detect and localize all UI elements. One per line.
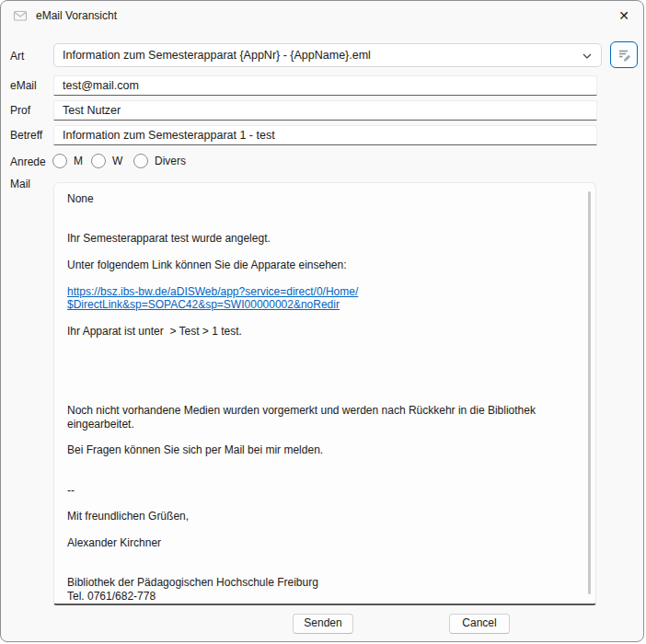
mail-body-line [67,351,583,364]
mail-body-line [67,377,583,390]
close-icon: ✕ [618,8,629,23]
mail-body-line [67,431,583,443]
mail-body-line [67,364,583,377]
anrede-radio-w-label: W [112,155,122,167]
mail-body-line: -- [67,484,583,497]
anrede-radio-w[interactable]: W [91,154,122,168]
radio-icon [52,154,67,168]
mail-body-line [67,470,583,483]
mail-body-line: Mit freundlichen Grüßen, [67,510,583,523]
mail-label: Mail [10,178,30,190]
cancel-button[interactable]: Cancel [449,614,510,634]
mail-body-line [67,338,583,351]
betreff-label: Betreff [10,129,42,142]
prof-label: Prof [10,104,30,117]
senden-button[interactable]: Senden [293,614,353,634]
mail-body-line: Ihr Semesterapparat test wurde angelegt. [67,232,583,245]
mail-body-line: eingearbeitet. [67,418,583,431]
mail-body: None Ihr Semesterapparat test wurde ange… [54,183,583,603]
mail-body-line [67,523,583,536]
mail-body-link[interactable]: https://bsz.ibs-bw.de/aDISWeb/app?servic… [67,285,583,298]
mail-body-line [67,312,583,325]
mail-body-line [67,550,583,563]
mail-body-line [67,497,583,510]
mail-body-line: Tel. 0761/682-778 [67,590,583,603]
mail-body-line: Bei Fragen können Sie sich per Mail bei … [67,443,583,456]
mail-body-line [67,391,583,404]
mail-body-link[interactable]: $DirectLink&sp=SOPAC42&sp=SWI00000002&no… [67,298,583,311]
prof-input[interactable]: Test Nutzer [53,100,597,121]
betreff-input[interactable]: Information zum Semesterapparat 1 - test [53,125,597,145]
email-input[interactable]: test@mail.com [53,75,597,96]
art-template-dropdown[interactable]: Information zum Semesterapparat {AppNr} … [53,43,602,67]
title-bar: eMail Voransicht ✕ [1,1,643,30]
mail-scrollbar[interactable] [588,191,591,594]
anrede-radio-m-label: M [74,155,83,167]
email-label: eMail [10,79,37,92]
chevron-down-icon [582,51,593,62]
mail-body-textarea[interactable]: None Ihr Semesterapparat test wurde ange… [53,182,596,605]
mail-body-line: Bibliothek der Pädagogischen Hochschule … [67,576,583,589]
mail-body-line [67,205,583,218]
envelope-icon [13,8,28,23]
radio-icon [133,154,148,168]
mail-body-line [67,246,583,259]
close-button[interactable]: ✕ [612,5,636,27]
mail-body-line: None [67,192,583,205]
mail-body-line [67,563,583,576]
mail-body-line: Noch nicht vorhandene Medien wurden vorg… [67,404,583,417]
art-template-value: Information zum Semesterapparat {AppNr} … [63,49,371,62]
edit-note-icon [617,47,632,63]
mail-body-line [67,457,583,470]
anrede-radio-divers[interactable]: Divers [133,154,186,168]
mail-body-line [67,271,583,284]
mail-body-line: Unter folgendem Link können Sie die Appa… [67,259,583,271]
edit-template-button[interactable] [610,41,638,68]
anrede-radio-m[interactable]: M [52,154,83,168]
radio-icon [91,154,106,168]
email-preview-dialog: eMail Voransicht ✕ Art Information zum S… [0,0,644,642]
window-title: eMail Voransicht [36,9,117,22]
mail-body-line [67,219,583,232]
mail-body-line: Alexander Kirchner [67,536,583,549]
anrede-radio-divers-label: Divers [155,155,186,167]
mail-body-line: Ihr Apparat ist unter > Test > 1 test. [67,325,583,338]
art-label: Art [10,50,24,63]
anrede-label: Anrede [10,155,46,168]
